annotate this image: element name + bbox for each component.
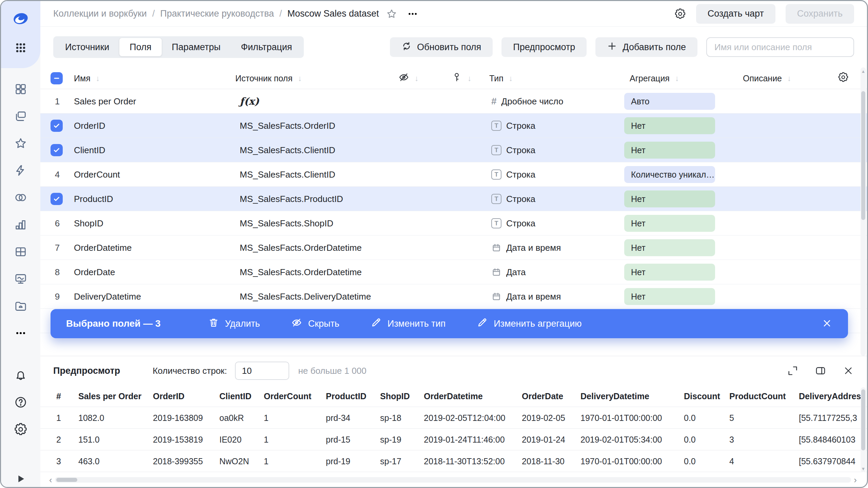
row-number: 1 (51, 89, 64, 114)
favorite-star-icon[interactable] (386, 8, 397, 20)
preview-vertical-scrollbar[interactable]: ▼ (861, 387, 866, 472)
breadcrumb-separator: / (152, 8, 155, 19)
scroll-right-icon[interactable]: › (854, 475, 857, 484)
delete-fields-button[interactable]: Удалить (208, 317, 260, 330)
tab-fields[interactable]: Поля (119, 38, 161, 56)
hide-fields-button[interactable]: Скрыть (291, 317, 339, 330)
aggregation-select[interactable]: Нет (624, 239, 715, 256)
field-row-ProductID[interactable]: ProductIDMS_SalesFacts.ProductIDТСтрокаН… (40, 187, 867, 211)
sidebar-item-dashboards[interactable] (11, 269, 30, 288)
row-checkbox[interactable] (51, 144, 63, 156)
tab-sources[interactable]: Источники (55, 38, 119, 56)
sidebar-item-workbooks[interactable] (11, 107, 30, 126)
field-row-Sales per Order[interactable]: 1Sales per Orderƒ(x)#Дробное числоАвто (40, 89, 867, 114)
aggregation-select[interactable]: Авто (624, 93, 715, 110)
scroll-down-icon[interactable]: ▼ (861, 466, 866, 471)
breadcrumb-collections[interactable]: Коллекции и воркбуки (53, 8, 147, 19)
string-type-icon: Т (491, 121, 501, 131)
split-view-icon[interactable] (815, 365, 826, 377)
column-header-key[interactable]: ↓ (451, 67, 472, 89)
field-type: Дата и время (491, 236, 561, 260)
column-header-description[interactable]: Описание↓ (743, 67, 791, 89)
change-aggregation-button[interactable]: Изменить агрегацию (477, 317, 581, 330)
preview-cell: 3 (56, 450, 61, 472)
field-source: MS_SalesFacts.OrderID (240, 114, 335, 138)
trash-icon (208, 317, 219, 330)
expand-preview-icon[interactable] (787, 365, 798, 377)
sidebar-item-storage[interactable] (11, 297, 30, 316)
tab-parameters[interactable]: Параметры (162, 38, 231, 56)
field-row-OrderDate[interactable]: 8OrderDateMS_SalesFacts.OrderDatetimeДат… (40, 260, 867, 284)
scrollbar-track[interactable] (55, 477, 851, 483)
scrollbar-thumb[interactable] (56, 478, 77, 482)
field-row-ShopID[interactable]: 6ShopIDMS_SalesFacts.ShopIDТСтрокаНет (40, 211, 867, 236)
refresh-fields-button[interactable]: Обновить поля (390, 37, 493, 57)
column-header-source[interactable]: Источник поля↓ (235, 67, 302, 89)
breadcrumb-guides[interactable]: Практические руководства (160, 8, 274, 19)
preview-table: #Sales per OrderOrderIDClientIDOrderCoun… (40, 385, 867, 473)
add-field-button[interactable]: Добавить поле (595, 37, 697, 57)
key-icon (451, 72, 462, 85)
scroll-up-icon[interactable]: ▲ (861, 69, 866, 74)
preview-table-row: 2151.02019-153819IE0201prd-15sp-192019-0… (40, 429, 867, 450)
apps-grid-icon[interactable] (11, 38, 30, 57)
aggregation-select[interactable]: Нет (624, 264, 715, 281)
preview-cell: 5 (729, 407, 734, 429)
aggregation-select[interactable]: Нет (624, 215, 715, 232)
preview-cell: 1 (264, 429, 269, 450)
column-header-name[interactable]: Имя↓ (74, 67, 100, 89)
close-preview-icon[interactable] (843, 365, 854, 377)
scrollbar-thumb[interactable] (861, 389, 865, 450)
aggregation-select[interactable]: Нет (624, 190, 715, 207)
aggregation-select[interactable]: Количество уникал… (624, 166, 715, 183)
sidebar-item-collections[interactable] (11, 80, 30, 99)
sidebar-item-help[interactable] (11, 393, 30, 412)
sidebar-item-datasets[interactable] (11, 188, 30, 207)
sidebar-expand-icon[interactable] (11, 469, 30, 488)
select-all-checkbox[interactable] (51, 72, 63, 84)
sidebar-item-tables[interactable] (11, 242, 30, 261)
close-selection-bar-icon[interactable] (822, 318, 832, 330)
create-chart-button[interactable]: Создать чарт (696, 4, 775, 24)
row-checkbox[interactable] (51, 193, 63, 205)
column-header-type[interactable]: Тип↓ (489, 67, 513, 89)
column-header-aggregation[interactable]: Агрегация↓ (630, 67, 679, 89)
row-count-input[interactable] (235, 362, 289, 380)
preview-button[interactable]: Предпросмотр (501, 37, 587, 57)
eye-off-icon (291, 317, 302, 330)
aggregation-select[interactable]: Нет (624, 288, 715, 305)
sidebar-item-more[interactable] (11, 324, 30, 343)
more-actions-icon[interactable] (407, 8, 418, 20)
sidebar-item-connections[interactable] (11, 161, 30, 180)
formula-icon: ƒ(x) (240, 89, 259, 114)
dataset-settings-gear-icon[interactable] (674, 8, 686, 20)
sidebar-item-settings[interactable] (11, 420, 30, 439)
field-row-DeliveryDatetime[interactable]: 9DeliveryDatetimeMS_SalesFacts.DeliveryD… (40, 284, 867, 309)
scrollbar-thumb[interactable] (861, 91, 865, 220)
sidebar-item-notifications[interactable] (11, 366, 30, 385)
row-checkbox[interactable] (51, 120, 63, 132)
field-source: MS_SalesFacts.ClientID (240, 138, 335, 162)
field-search-input[interactable] (706, 37, 854, 57)
fields-vertical-scrollbar[interactable]: ▲ (861, 67, 866, 356)
field-row-OrderDatetime[interactable]: 7OrderDatetimeMS_SalesFacts.OrderDatetim… (40, 236, 867, 260)
preview-cell: 1082.0 (78, 407, 104, 429)
field-row-ClientID[interactable]: ClientIDMS_SalesFacts.ClientIDТСтрокаНет (40, 138, 867, 162)
datalens-logo-icon[interactable] (11, 9, 30, 28)
field-row-OrderID[interactable]: OrderIDMS_SalesFacts.OrderIDТСтрокаНет (40, 114, 867, 138)
change-type-button[interactable]: Изменить тип (371, 317, 446, 330)
sort-icon: ↓ (468, 74, 472, 83)
pencil-icon (371, 317, 381, 330)
tab-filtering[interactable]: Фильтрация (231, 38, 302, 56)
sidebar-item-favorites[interactable] (11, 134, 30, 153)
scroll-left-icon[interactable]: ‹ (49, 475, 52, 484)
table-settings-gear-icon[interactable] (838, 67, 849, 89)
preview-horizontal-scrollbar[interactable]: ‹ › (49, 475, 857, 484)
sidebar-item-charts[interactable] (11, 215, 30, 234)
field-row-OrderCount[interactable]: 4OrderCountMS_SalesFacts.ClientIDТСтрока… (40, 162, 867, 187)
aggregation-select[interactable]: Нет (624, 117, 715, 134)
save-button[interactable]: Сохранить (786, 4, 854, 24)
aggregation-select[interactable]: Нет (624, 142, 715, 159)
preview-cell: 1 (264, 450, 269, 472)
column-header-visibility[interactable]: ↓ (398, 67, 419, 89)
